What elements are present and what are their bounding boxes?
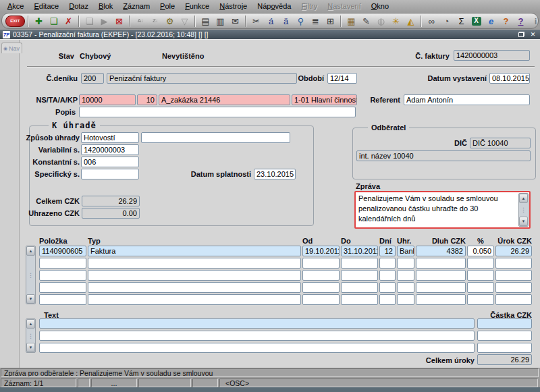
menu-nastroje[interactable]: Nástroje [215, 1, 252, 11]
items-table-cell[interactable] [379, 258, 396, 269]
items-table-cell[interactable] [39, 258, 86, 269]
items-table-cell[interactable] [397, 270, 414, 281]
text-table-cell[interactable] [39, 331, 475, 341]
menu-pole[interactable]: Pole [155, 1, 180, 11]
items-table-cell[interactable] [397, 258, 414, 269]
menu-funkce[interactable]: Funkce [180, 1, 214, 11]
clock-icon[interactable]: ◔ [439, 14, 454, 28]
items-table-scrollbar[interactable]: ▲⋮▼ [26, 246, 36, 304]
text-table-cell[interactable] [477, 318, 532, 329]
specificky-field[interactable] [81, 169, 139, 179]
notes-icon[interactable]: ✎ [359, 14, 373, 28]
print-icon[interactable]: ▤ [198, 14, 213, 28]
items-table-cell[interactable] [341, 282, 378, 293]
items-table-cell[interactable]: 26.29 [495, 246, 532, 256]
zprava-scrollbar-up-arrow-icon[interactable]: ▲ [519, 194, 528, 203]
datum-vystaveni-field[interactable]: 08.10.2015 [489, 73, 530, 84]
duplicate-record-icon[interactable]: ❏ [47, 14, 61, 28]
menu-napoveda[interactable]: Nápověda [252, 1, 296, 11]
datum-splatnosti-field[interactable]: 23.10.2015 [254, 169, 296, 179]
items-table-cell[interactable] [495, 294, 532, 305]
zpusob-uhrady-field[interactable]: Hotovostí [81, 132, 139, 143]
paste-item-icon[interactable]: ä [279, 14, 293, 28]
excel-icon[interactable]: X [469, 14, 483, 28]
items-table-cell[interactable] [495, 282, 532, 293]
text-table-cell[interactable] [39, 343, 475, 353]
items-table-cell[interactable] [416, 294, 466, 305]
menu-dotaz[interactable]: Dotaz [64, 1, 93, 11]
help-icon[interactable]: ? [514, 14, 528, 28]
ta-field[interactable]: 10 [137, 94, 157, 105]
zprava-scrollbar[interactable]: ▲⋮▼ [518, 193, 529, 227]
items-table-cell[interactable]: Bank [397, 246, 414, 256]
items-table-cell[interactable] [467, 294, 494, 305]
copy-item-icon[interactable]: á [264, 14, 278, 28]
popis-field[interactable] [79, 107, 356, 117]
items-table-cell[interactable]: 31.10.2011 [341, 246, 378, 256]
items-table-cell[interactable] [467, 270, 494, 281]
zprava-message-box[interactable]: Penalizujeme Vám v souladu se smlouvou p… [354, 191, 531, 229]
items-table-cell[interactable] [302, 270, 340, 281]
browser-icon[interactable]: e [484, 14, 498, 28]
items-table-cell[interactable] [88, 270, 301, 281]
find-icon[interactable]: ⚲ [294, 14, 308, 28]
items-table-cell[interactable] [302, 294, 340, 305]
items-table-cell[interactable] [88, 294, 301, 305]
items-table-cell[interactable] [341, 294, 378, 305]
items-table-cell[interactable] [379, 282, 396, 293]
items-table-cell[interactable]: 4382 [416, 246, 466, 256]
glasses-icon[interactable]: ∞ [425, 14, 439, 28]
menu-okno[interactable]: Okno [367, 1, 394, 11]
zakazka-field[interactable]: A_zakázka 21446 [159, 94, 290, 105]
items-table-cell[interactable]: 12 [379, 246, 396, 256]
items-table-cell[interactable] [416, 258, 466, 269]
referent-field[interactable]: Adam Antonín [404, 94, 530, 105]
items-table-cell[interactable] [495, 258, 532, 269]
zprava-scrollbar-track[interactable]: ⋮ [519, 203, 528, 217]
items-table-cell[interactable]: Faktura [88, 246, 301, 256]
tree-view-icon[interactable]: ⊞ [323, 14, 338, 28]
items-table-cell[interactable] [88, 282, 301, 293]
variabilni-field[interactable]: 1420000003 [81, 144, 139, 155]
text-table-scrollbar-up-arrow-icon[interactable]: ▲ [26, 319, 35, 329]
context-help-icon[interactable]: ? [499, 14, 513, 28]
konstantni-field[interactable]: 006 [81, 157, 139, 167]
items-table-cell[interactable] [495, 270, 532, 281]
prism-icon[interactable]: ◭ [404, 14, 418, 28]
items-table-cell[interactable] [39, 294, 86, 305]
items-table-scrollbar-down-arrow-icon[interactable]: ▼ [26, 294, 35, 304]
text-table-cell[interactable] [477, 331, 532, 341]
helm-icon[interactable]: ✳ [389, 14, 403, 28]
items-table-cell[interactable]: 1140900605 [39, 246, 86, 256]
text-table-cell[interactable] [477, 343, 532, 353]
items-table-cell[interactable] [467, 258, 494, 269]
menu-zaznam[interactable]: Záznam [118, 1, 155, 11]
items-table-cell[interactable] [397, 282, 414, 293]
cancel-query-icon[interactable]: ⊠ [112, 14, 126, 28]
items-table-cell[interactable] [341, 270, 378, 281]
kp-field[interactable]: 1-01 Hlavní činnost [292, 94, 357, 105]
items-table-cell[interactable] [302, 258, 340, 269]
list-values-icon[interactable]: ≣ [308, 14, 323, 28]
text-table-scrollbar-down-arrow-icon[interactable]: ▼ [26, 343, 35, 352]
ns-field[interactable]: 10000 [79, 94, 136, 105]
items-table-cell[interactable] [416, 270, 466, 281]
obdobi-field[interactable]: 12/14 [327, 73, 357, 84]
zpusob-uhrady-detail-field[interactable] [141, 132, 290, 143]
items-table-cell[interactable] [39, 270, 86, 281]
items-table-cell[interactable] [302, 282, 340, 293]
menu-akce[interactable]: Akce [3, 1, 28, 11]
print-setup-icon[interactable]: ▥ [213, 14, 227, 28]
items-table-cell[interactable] [88, 258, 301, 269]
text-table-scrollbar-track[interactable]: ⋮ [26, 329, 35, 343]
mail-icon[interactable]: ✉ [228, 14, 242, 28]
items-table-cell[interactable] [39, 282, 86, 293]
items-table-cell[interactable]: 0.050 [467, 246, 494, 256]
delete-record-icon[interactable]: ✗ [61, 14, 76, 28]
cut-icon[interactable]: ✂ [249, 14, 263, 28]
items-table-cell[interactable] [379, 270, 396, 281]
items-table-scrollbar-up-arrow-icon[interactable]: ▲ [26, 246, 35, 256]
menu-editace[interactable]: Editace [29, 1, 63, 11]
items-table-cell[interactable]: 19.10.2011 [302, 246, 340, 256]
wrench-icon[interactable]: ⚙ [163, 14, 177, 28]
